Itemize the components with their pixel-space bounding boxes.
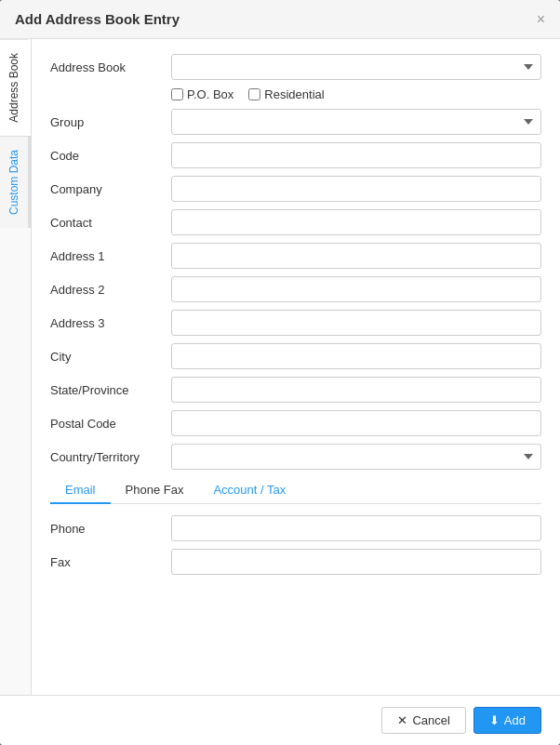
side-tab-custom-data[interactable]: Custom Data [0,136,31,228]
checkbox-row: P.O. Box Residential [171,87,541,101]
phone-label: Phone [50,522,171,536]
postal-row: Postal Code [50,410,541,436]
side-tab-address-book[interactable]: Address Book [0,39,31,136]
cancel-icon: ✕ [397,713,407,727]
fax-row: Fax [50,549,541,575]
city-label: City [50,350,171,364]
country-select[interactable] [171,444,541,470]
address3-input[interactable] [171,310,541,336]
code-input[interactable] [171,142,541,168]
group-label: Group [50,115,171,129]
address3-row: Address 3 [50,310,541,336]
add-icon: ⬇ [489,713,500,727]
residential-checkbox[interactable] [248,88,260,100]
fax-label: Fax [50,555,171,569]
contact-row: Contact [50,209,541,235]
address-book-row: Address Book [50,54,541,80]
modal-header: Add Address Book Entry × [0,0,560,39]
add-label: Add [504,713,526,727]
code-row: Code [50,142,541,168]
state-row: State/Province [50,377,541,403]
fax-input[interactable] [171,549,541,575]
pobox-checkbox-label[interactable]: P.O. Box [171,87,233,101]
cancel-label: Cancel [412,713,449,727]
address3-label: Address 3 [50,316,171,330]
contact-label: Contact [50,216,171,230]
cancel-button[interactable]: ✕ Cancel [381,707,465,734]
sub-tabs-bar: Email Phone Fax Account / Tax [50,477,541,504]
tab-account-tax[interactable]: Account / Tax [198,477,300,504]
state-label: State/Province [50,383,171,397]
country-label: Country/Territory [50,450,171,464]
group-row: Group [50,109,541,135]
postal-input[interactable] [171,410,541,436]
modal-footer: ✕ Cancel ⬇ Add [0,695,560,745]
code-label: Code [50,149,171,163]
add-button[interactable]: ⬇ Add [473,707,541,734]
company-label: Company [50,182,171,196]
company-row: Company [50,176,541,202]
company-input[interactable] [171,176,541,202]
add-address-book-modal: Add Address Book Entry × Address Book Cu… [0,0,560,745]
form-content: Address Book P.O. Box Residential Group [32,39,560,695]
postal-label: Postal Code [50,417,171,431]
phone-input[interactable] [171,515,541,541]
address1-input[interactable] [171,243,541,269]
city-row: City [50,343,541,369]
city-input[interactable] [171,343,541,369]
state-input[interactable] [171,377,541,403]
contact-input[interactable] [171,209,541,235]
address-book-select[interactable] [171,54,541,80]
country-row: Country/Territory [50,444,541,470]
modal-body: Address Book Custom Data Address Book P.… [0,39,560,695]
tab-email[interactable]: Email [50,477,111,504]
address-book-label: Address Book [50,60,171,74]
group-select[interactable] [171,109,541,135]
residential-checkbox-label[interactable]: Residential [248,87,324,101]
address2-input[interactable] [171,276,541,302]
address2-label: Address 2 [50,283,171,297]
close-button[interactable]: × [537,12,545,27]
modal-title: Add Address Book Entry [15,11,180,27]
address1-label: Address 1 [50,249,171,263]
address2-row: Address 2 [50,276,541,302]
phone-row: Phone [50,515,541,541]
address1-row: Address 1 [50,243,541,269]
side-tabs: Address Book Custom Data [0,39,32,695]
pobox-checkbox[interactable] [171,88,183,100]
tab-phone-fax[interactable]: Phone Fax [111,477,199,504]
